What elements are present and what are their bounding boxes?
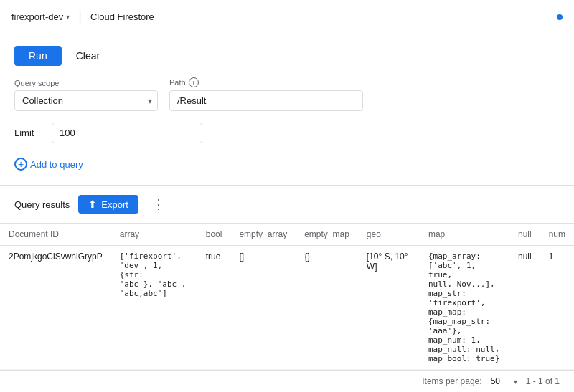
results-table-wrapper: Document ID array bool empty_array empty… [0, 224, 574, 370]
more-dots-icon: ⋮ [152, 196, 165, 212]
cell-empty-array: [] [230, 246, 296, 370]
add-to-query-label: Add to query [30, 159, 83, 170]
cell-array: ['firexport','dev', 1, {str:'abc'}, 'abc… [111, 246, 197, 370]
pagination-row: Items per page: 10 25 50 100 ▾ 1 - 1 of … [0, 370, 574, 392]
main-content: Run Clear Query scope Collection Collect… [0, 34, 574, 392]
query-scope-label: Query scope [14, 79, 158, 87]
clear-button[interactable]: Clear [67, 46, 108, 66]
export-label: Export [101, 199, 128, 210]
items-per-page-label: Items per page: [422, 376, 481, 386]
toolbar-row: Run Clear [14, 46, 560, 66]
results-header: Query results ⬆ Export ⋮ [0, 186, 574, 224]
cell-null: null [509, 246, 540, 370]
col-bool: bool [197, 224, 231, 246]
items-per-page-select[interactable]: 10 25 50 100 [491, 376, 517, 386]
col-num: num [540, 224, 574, 246]
status-indicator [557, 14, 563, 20]
path-input[interactable] [169, 90, 363, 111]
query-scope-wrapper: Collection Collection group ▾ [14, 90, 158, 111]
cell-map: {map_array:['abc', 1, true,null, Nov...]… [420, 246, 509, 370]
col-null: null [509, 224, 540, 246]
export-icon: ⬆ [88, 199, 97, 210]
path-label-row: Path i [169, 77, 363, 87]
cell-empty-map: {} [296, 246, 358, 370]
cell-bool: true [197, 246, 231, 370]
results-section: Query results ⬆ Export ⋮ Document ID arr… [0, 186, 574, 392]
path-info-icon[interactable]: i [189, 77, 199, 87]
limit-label: Limit [14, 128, 43, 138]
limit-input[interactable] [52, 123, 202, 143]
results-table: Document ID array bool empty_array empty… [0, 224, 574, 370]
more-options-button[interactable]: ⋮ [147, 193, 170, 216]
project-chevron-icon: ▾ [66, 13, 70, 21]
items-per-page-wrapper: 10 25 50 100 ▾ [491, 376, 517, 386]
query-scope-select[interactable]: Collection Collection group [14, 90, 158, 111]
query-scope-group: Query scope Collection Collection group … [14, 79, 158, 111]
limit-row: Limit [14, 123, 560, 143]
cell-num: 1 [540, 246, 574, 370]
project-name: firexport-dev [11, 11, 63, 22]
table-header-row: Document ID array bool empty_array empty… [0, 224, 574, 246]
add-query-row: + Add to query [14, 155, 560, 173]
col-document-id: Document ID [0, 224, 111, 246]
app-header: firexport-dev ▾ | Cloud Firestore [0, 0, 574, 34]
run-button[interactable]: Run [14, 46, 62, 66]
export-button[interactable]: ⬆ Export [78, 195, 138, 214]
add-to-query-button[interactable]: + Add to query [14, 155, 83, 173]
col-geo: geo [358, 224, 420, 246]
cell-document-id: 2PomjkgoClSvwnlGrypP [0, 246, 111, 370]
header-separator: | [78, 9, 82, 24]
col-map: map [420, 224, 509, 246]
table-row: 2PomjkgoClSvwnlGrypP ['firexport','dev',… [0, 246, 574, 370]
project-selector[interactable]: firexport-dev ▾ [11, 11, 70, 22]
cell-geo: [10° S, 10° W] [358, 246, 420, 370]
add-icon: + [14, 158, 27, 171]
col-empty-array: empty_array [230, 224, 296, 246]
col-array: array [111, 224, 197, 246]
path-group: Path i [169, 77, 363, 111]
query-panel: Run Clear Query scope Collection Collect… [0, 34, 574, 186]
results-title: Query results [14, 199, 70, 210]
col-empty-map: empty_map [296, 224, 358, 246]
path-label: Path [169, 78, 186, 87]
scope-path-row: Query scope Collection Collection group … [14, 77, 560, 111]
pagination-range: 1 - 1 of 1 [526, 376, 560, 386]
service-name: Cloud Firestore [90, 11, 154, 22]
